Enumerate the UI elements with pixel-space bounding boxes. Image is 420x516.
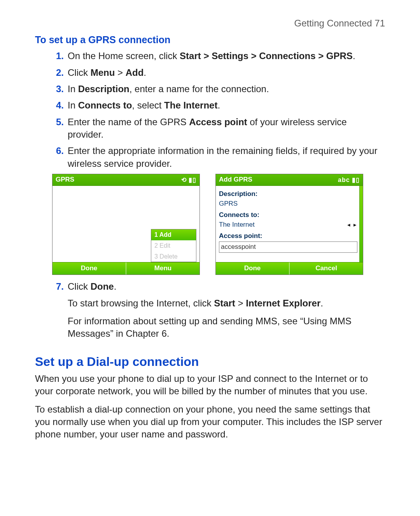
step-6: 6. Enter the appropriate information in … (52, 145, 385, 170)
step-text: On the Home screen, click Start > Settin… (68, 51, 355, 61)
dialup-para-1: When you use your phone to dial up to yo… (35, 373, 385, 398)
para-mms-ref: For information about setting up and sen… (35, 315, 385, 340)
step-4: 4. In Connects to, select The Internet. (52, 99, 385, 112)
step-5: 5. Enter the name of the GPRS Access poi… (52, 116, 385, 141)
menu-item-delete[interactable]: 3 Delete (151, 251, 196, 262)
softkey-bar: Done Cancel (216, 262, 363, 275)
softkey-done[interactable]: Done (52, 262, 126, 275)
softkey-done[interactable]: Done (216, 262, 289, 275)
phone-body: Description: GPRS Connects to: The Inter… (216, 186, 363, 262)
step-number: 5. (52, 116, 64, 128)
phone-screenshots: GPRS ⟲ ▮▯ 1 Add 2 Edit 3 Delete Done Men… (52, 174, 385, 275)
step-text: Enter the name of the GPRS Access point … (68, 117, 347, 140)
softkey-cancel[interactable]: Cancel (290, 262, 363, 275)
softkey-menu[interactable]: Menu (126, 262, 200, 275)
subheading-gprs: To set up a GPRS connection (35, 33, 385, 47)
gprs-step-7: 7. Click Done. (35, 280, 385, 293)
scrollbar[interactable] (359, 186, 363, 262)
para-start-ie: To start browsing the Internet, click St… (35, 297, 385, 310)
label-connects-to: Connects to: (219, 211, 357, 220)
step-2: 2. Click Menu > Add. (52, 66, 385, 79)
step-7: 7. Click Done. (52, 280, 385, 293)
signal-icon: abc ▮▯ (338, 176, 360, 184)
running-header: Getting Connected 71 (35, 17, 385, 30)
left-right-icon: ◂ ▸ (347, 221, 357, 229)
value-connects-to[interactable]: The Internet ◂ ▸ (219, 220, 357, 229)
context-menu: 1 Add 2 Edit 3 Delete (151, 229, 196, 262)
menu-item-edit[interactable]: 2 Edit (151, 240, 196, 251)
step-number: 3. (52, 83, 64, 95)
step-number: 7. (52, 280, 64, 293)
signal-icon: ⟲ ▮▯ (181, 176, 196, 184)
label-access-point: Access point: (219, 232, 357, 241)
step-number: 4. (52, 99, 64, 112)
value-description[interactable]: GPRS (219, 199, 357, 208)
phone-gprs-menu: GPRS ⟲ ▮▯ 1 Add 2 Edit 3 Delete Done Men… (52, 174, 200, 275)
phone-add-gprs: Add GPRS abc ▮▯ Description: GPRS Connec… (215, 174, 363, 275)
step-number: 1. (52, 50, 64, 62)
step-text: In Connects to, select The Internet. (68, 100, 220, 110)
gprs-steps-1to6: 1. On the Home screen, click Start > Set… (35, 50, 385, 170)
phone-title-bar: GPRS ⟲ ▮▯ (52, 174, 200, 186)
step-text: Enter the appropriate information in the… (68, 145, 377, 168)
manual-page: Getting Connected 71 To set up a GPRS co… (0, 0, 420, 470)
step-number: 2. (52, 66, 64, 79)
input-access-point[interactable]: accesspoint (219, 241, 357, 253)
softkey-bar: Done Menu (52, 262, 200, 275)
step-number: 6. (52, 145, 64, 157)
phone-body: 1 Add 2 Edit 3 Delete (52, 186, 200, 262)
step-1: 1. On the Home screen, click Start > Set… (52, 50, 385, 62)
phone-title: GPRS (56, 175, 74, 184)
step-text: In Description, enter a name for the con… (68, 84, 269, 94)
label-description: Description: (219, 190, 357, 199)
step-3: 3. In Description, enter a name for the … (52, 83, 385, 95)
step-text: Click Done. (68, 281, 116, 292)
phone-title: Add GPRS (219, 175, 252, 184)
phone-title-bar: Add GPRS abc ▮▯ (216, 174, 363, 186)
menu-item-add[interactable]: 1 Add (151, 229, 196, 240)
dialup-para-2: To establish a dial-up connection on you… (35, 403, 385, 441)
step-text: Click Menu > Add. (68, 67, 146, 78)
heading-dialup: Set up a Dial-up connection (35, 353, 385, 370)
